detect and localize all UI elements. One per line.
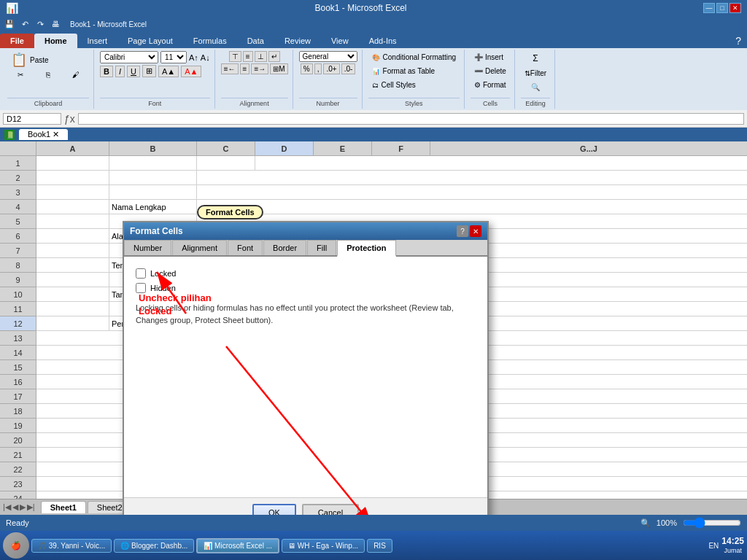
- sheet-tab-sheet1[interactable]: Sheet1: [41, 501, 86, 513]
- dialog-tab-border[interactable]: Border: [263, 240, 306, 255]
- tab-review[interactable]: Review: [274, 34, 321, 48]
- border-button[interactable]: ⊞: [142, 65, 156, 77]
- window-controls[interactable]: — □ ✕: [703, 3, 741, 13]
- col-header-E[interactable]: E: [314, 141, 372, 155]
- format-painter-button[interactable]: 🖌: [63, 69, 89, 80]
- row-header-17[interactable]: 17: [0, 389, 36, 404]
- cell-B1[interactable]: [109, 156, 197, 170]
- col-header-B[interactable]: B: [109, 141, 197, 155]
- locked-checkbox[interactable]: [136, 268, 146, 279]
- taskbar-item-4[interactable]: RIS: [367, 539, 392, 553]
- cell-rest-3[interactable]: [197, 185, 747, 199]
- locked-label[interactable]: Locked: [150, 269, 176, 278]
- row-header-15[interactable]: 15: [0, 360, 36, 375]
- comma-button[interactable]: ,: [314, 63, 322, 74]
- sheet-nav-end[interactable]: ▶|: [27, 502, 35, 512]
- dialog-tab-protection[interactable]: Protection: [337, 240, 395, 257]
- row-header-23[interactable]: 23: [0, 477, 36, 491]
- save-icon[interactable]: 💾: [3, 18, 16, 31]
- increase-font-icon[interactable]: A↑: [189, 53, 198, 62]
- cell-B2[interactable]: [109, 171, 197, 184]
- font-size-select[interactable]: 11: [160, 51, 187, 63]
- print-icon[interactable]: 🖶: [49, 18, 62, 31]
- start-button[interactable]: 🍎: [3, 532, 29, 559]
- cell-C1[interactable]: [197, 156, 255, 170]
- dialog-close-button[interactable]: ✕: [470, 225, 481, 237]
- row-header-8[interactable]: 8: [0, 258, 36, 273]
- paste-button[interactable]: 📋 Paste: [7, 51, 53, 69]
- row-header-1[interactable]: 1: [0, 156, 36, 171]
- dialog-minimize-button[interactable]: ?: [457, 225, 468, 237]
- row-header-16[interactable]: 16: [0, 375, 36, 389]
- sort-filter-button[interactable]: ⇅Filter: [521, 67, 550, 79]
- row-header-10[interactable]: 10: [0, 287, 36, 302]
- format-as-table-button[interactable]: 📊 Format as Table: [368, 65, 439, 77]
- row-header-14[interactable]: 14: [0, 346, 36, 360]
- align-left-button[interactable]: ≡←: [221, 63, 239, 74]
- increase-decimal-button[interactable]: .0+: [323, 63, 339, 74]
- cell-rest-2[interactable]: [197, 171, 747, 184]
- row-header-20[interactable]: 20: [0, 433, 36, 448]
- close-button[interactable]: ✕: [729, 3, 741, 13]
- taskbar-item-3[interactable]: 🖥 WH - Ega - Winp...: [282, 539, 365, 553]
- cell-A3[interactable]: [36, 185, 109, 199]
- hidden-checkbox[interactable]: [136, 283, 146, 293]
- sheet-nav-next[interactable]: ▶: [20, 502, 26, 512]
- row-header-5[interactable]: 5: [0, 214, 36, 229]
- cell-A7[interactable]: [36, 244, 109, 257]
- col-header-C[interactable]: C: [197, 141, 255, 155]
- col-header-D[interactable]: D: [255, 141, 314, 155]
- align-center-button[interactable]: ≡: [240, 63, 250, 74]
- help-icon[interactable]: ?: [735, 35, 741, 47]
- cell-A5[interactable]: [36, 214, 109, 228]
- align-middle-button[interactable]: ≡: [243, 51, 253, 62]
- percent-button[interactable]: %: [301, 63, 313, 74]
- font-family-select[interactable]: Calibri: [100, 51, 158, 63]
- cell-A12[interactable]: [36, 316, 109, 330]
- row-header-7[interactable]: 7: [0, 244, 36, 258]
- row-header-21[interactable]: 21: [0, 448, 36, 462]
- tab-file[interactable]: File: [0, 34, 34, 48]
- dialog-tab-alignment[interactable]: Alignment: [172, 240, 227, 255]
- row-header-24[interactable]: 24: [0, 491, 36, 499]
- tab-view[interactable]: View: [321, 34, 359, 48]
- tab-page-layout[interactable]: Page Layout: [117, 34, 183, 48]
- row-header-9[interactable]: 9: [0, 273, 36, 287]
- taskbar-item-0[interactable]: 🎵 39. Yanni - Voic...: [31, 539, 112, 553]
- row-header-11[interactable]: 11: [0, 302, 36, 316]
- conditional-formatting-button[interactable]: 🎨 Conditional Formatting: [368, 51, 460, 63]
- ok-button[interactable]: OK: [252, 504, 296, 515]
- redo-icon[interactable]: ↷: [34, 18, 47, 31]
- row-header-2[interactable]: 2: [0, 171, 36, 185]
- cancel-button[interactable]: Cancel: [302, 504, 359, 515]
- cell-A9[interactable]: [36, 273, 109, 287]
- italic-button[interactable]: I: [115, 66, 125, 77]
- cell-A2[interactable]: [36, 171, 109, 184]
- taskbar-item-2[interactable]: 📊 Microsoft Excel ...: [196, 538, 279, 553]
- sheet-nav-start[interactable]: |◀: [3, 502, 11, 512]
- maximize-button[interactable]: □: [716, 3, 728, 13]
- sheet-nav-prev[interactable]: ◀: [12, 502, 18, 512]
- number-format-select[interactable]: General: [299, 51, 357, 62]
- row-header-12[interactable]: 12: [0, 316, 36, 331]
- tab-addins[interactable]: Add-Ins: [359, 34, 407, 48]
- cell-rest-1[interactable]: [255, 156, 747, 170]
- dialog-tab-number[interactable]: Number: [124, 240, 171, 255]
- taskbar-item-1[interactable]: 🌐 Blogger: Dashb...: [114, 539, 194, 553]
- row-header-4[interactable]: 4: [0, 200, 36, 214]
- dialog-tab-fill[interactable]: Fill: [307, 240, 336, 255]
- merge-center-button[interactable]: ⊞M: [270, 63, 287, 74]
- minimize-button[interactable]: —: [703, 3, 715, 13]
- cell-A6[interactable]: [36, 229, 109, 243]
- formula-input[interactable]: [78, 113, 744, 125]
- underline-button[interactable]: U: [127, 66, 140, 77]
- insert-button[interactable]: ➕ Insert: [471, 51, 507, 63]
- row-header-13[interactable]: 13: [0, 331, 36, 346]
- align-bottom-button[interactable]: ⊥: [255, 51, 267, 62]
- row-header-3[interactable]: 3: [0, 185, 36, 200]
- book1-tab[interactable]: Book1 ✕: [19, 129, 68, 140]
- sum-button[interactable]: Σ: [522, 51, 549, 66]
- cell-A10[interactable]: [36, 287, 109, 301]
- row-header-18[interactable]: 18: [0, 404, 36, 419]
- tab-home[interactable]: Home: [34, 34, 77, 48]
